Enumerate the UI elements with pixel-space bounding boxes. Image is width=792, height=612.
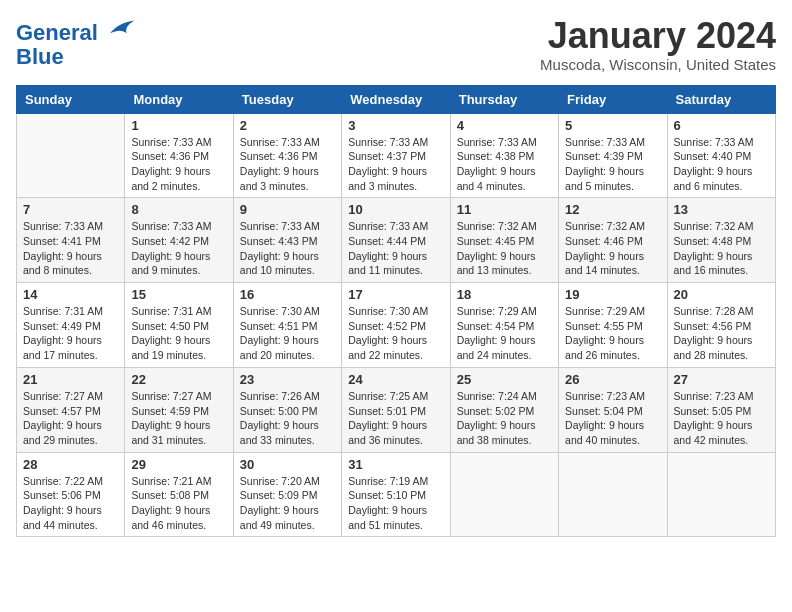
day-info: Sunrise: 7:33 AMSunset: 4:41 PMDaylight:… <box>23 219 118 278</box>
day-number: 3 <box>348 118 443 133</box>
day-info: Sunrise: 7:33 AMSunset: 4:39 PMDaylight:… <box>565 135 660 194</box>
day-number: 31 <box>348 457 443 472</box>
day-number: 23 <box>240 372 335 387</box>
calendar-day-cell: 25Sunrise: 7:24 AMSunset: 5:02 PMDayligh… <box>450 367 558 452</box>
calendar-day-cell: 1Sunrise: 7:33 AMSunset: 4:36 PMDaylight… <box>125 113 233 198</box>
day-info: Sunrise: 7:29 AMSunset: 4:55 PMDaylight:… <box>565 304 660 363</box>
day-info: Sunrise: 7:20 AMSunset: 5:09 PMDaylight:… <box>240 474 335 533</box>
day-info: Sunrise: 7:33 AMSunset: 4:36 PMDaylight:… <box>131 135 226 194</box>
calendar-day-cell: 22Sunrise: 7:27 AMSunset: 4:59 PMDayligh… <box>125 367 233 452</box>
calendar-day-cell: 7Sunrise: 7:33 AMSunset: 4:41 PMDaylight… <box>17 198 125 283</box>
day-number: 17 <box>348 287 443 302</box>
month-title: January 2024 <box>540 16 776 56</box>
day-info: Sunrise: 7:29 AMSunset: 4:54 PMDaylight:… <box>457 304 552 363</box>
day-number: 12 <box>565 202 660 217</box>
logo-blue: Blue <box>16 45 136 69</box>
calendar-day-cell <box>17 113 125 198</box>
day-number: 6 <box>674 118 769 133</box>
day-info: Sunrise: 7:32 AMSunset: 4:48 PMDaylight:… <box>674 219 769 278</box>
day-number: 1 <box>131 118 226 133</box>
calendar-day-cell: 8Sunrise: 7:33 AMSunset: 4:42 PMDaylight… <box>125 198 233 283</box>
calendar-week-row: 21Sunrise: 7:27 AMSunset: 4:57 PMDayligh… <box>17 367 776 452</box>
day-info: Sunrise: 7:19 AMSunset: 5:10 PMDaylight:… <box>348 474 443 533</box>
day-number: 9 <box>240 202 335 217</box>
day-info: Sunrise: 7:32 AMSunset: 4:46 PMDaylight:… <box>565 219 660 278</box>
calendar-day-cell: 26Sunrise: 7:23 AMSunset: 5:04 PMDayligh… <box>559 367 667 452</box>
calendar-day-cell <box>450 452 558 537</box>
calendar-day-cell: 12Sunrise: 7:32 AMSunset: 4:46 PMDayligh… <box>559 198 667 283</box>
day-info: Sunrise: 7:33 AMSunset: 4:36 PMDaylight:… <box>240 135 335 194</box>
day-number: 30 <box>240 457 335 472</box>
day-number: 25 <box>457 372 552 387</box>
day-info: Sunrise: 7:33 AMSunset: 4:38 PMDaylight:… <box>457 135 552 194</box>
day-number: 15 <box>131 287 226 302</box>
day-number: 19 <box>565 287 660 302</box>
day-number: 14 <box>23 287 118 302</box>
calendar-day-cell: 6Sunrise: 7:33 AMSunset: 4:40 PMDaylight… <box>667 113 775 198</box>
location: Muscoda, Wisconsin, United States <box>540 56 776 73</box>
calendar-day-cell: 14Sunrise: 7:31 AMSunset: 4:49 PMDayligh… <box>17 283 125 368</box>
day-info: Sunrise: 7:27 AMSunset: 4:59 PMDaylight:… <box>131 389 226 448</box>
calendar-day-cell: 28Sunrise: 7:22 AMSunset: 5:06 PMDayligh… <box>17 452 125 537</box>
day-number: 4 <box>457 118 552 133</box>
day-info: Sunrise: 7:27 AMSunset: 4:57 PMDaylight:… <box>23 389 118 448</box>
calendar-day-cell: 23Sunrise: 7:26 AMSunset: 5:00 PMDayligh… <box>233 367 341 452</box>
calendar-day-cell: 13Sunrise: 7:32 AMSunset: 4:48 PMDayligh… <box>667 198 775 283</box>
calendar-table: SundayMondayTuesdayWednesdayThursdayFrid… <box>16 85 776 538</box>
calendar-day-cell: 29Sunrise: 7:21 AMSunset: 5:08 PMDayligh… <box>125 452 233 537</box>
day-number: 21 <box>23 372 118 387</box>
calendar-day-cell: 18Sunrise: 7:29 AMSunset: 4:54 PMDayligh… <box>450 283 558 368</box>
day-info: Sunrise: 7:33 AMSunset: 4:44 PMDaylight:… <box>348 219 443 278</box>
day-info: Sunrise: 7:33 AMSunset: 4:42 PMDaylight:… <box>131 219 226 278</box>
weekday-header-cell: Saturday <box>667 85 775 113</box>
day-number: 22 <box>131 372 226 387</box>
weekday-header-cell: Sunday <box>17 85 125 113</box>
calendar-day-cell: 10Sunrise: 7:33 AMSunset: 4:44 PMDayligh… <box>342 198 450 283</box>
day-number: 2 <box>240 118 335 133</box>
day-number: 26 <box>565 372 660 387</box>
day-info: Sunrise: 7:33 AMSunset: 4:43 PMDaylight:… <box>240 219 335 278</box>
calendar-day-cell: 30Sunrise: 7:20 AMSunset: 5:09 PMDayligh… <box>233 452 341 537</box>
logo: General Blue <box>16 16 136 69</box>
day-number: 18 <box>457 287 552 302</box>
day-number: 16 <box>240 287 335 302</box>
calendar-day-cell: 11Sunrise: 7:32 AMSunset: 4:45 PMDayligh… <box>450 198 558 283</box>
day-number: 7 <box>23 202 118 217</box>
calendar-day-cell: 4Sunrise: 7:33 AMSunset: 4:38 PMDaylight… <box>450 113 558 198</box>
day-number: 24 <box>348 372 443 387</box>
day-info: Sunrise: 7:23 AMSunset: 5:04 PMDaylight:… <box>565 389 660 448</box>
calendar-day-cell: 24Sunrise: 7:25 AMSunset: 5:01 PMDayligh… <box>342 367 450 452</box>
day-info: Sunrise: 7:31 AMSunset: 4:49 PMDaylight:… <box>23 304 118 363</box>
calendar-day-cell: 2Sunrise: 7:33 AMSunset: 4:36 PMDaylight… <box>233 113 341 198</box>
calendar-week-row: 14Sunrise: 7:31 AMSunset: 4:49 PMDayligh… <box>17 283 776 368</box>
calendar-day-cell: 31Sunrise: 7:19 AMSunset: 5:10 PMDayligh… <box>342 452 450 537</box>
calendar-day-cell: 21Sunrise: 7:27 AMSunset: 4:57 PMDayligh… <box>17 367 125 452</box>
day-number: 8 <box>131 202 226 217</box>
day-info: Sunrise: 7:32 AMSunset: 4:45 PMDaylight:… <box>457 219 552 278</box>
calendar-day-cell: 15Sunrise: 7:31 AMSunset: 4:50 PMDayligh… <box>125 283 233 368</box>
weekday-header-row: SundayMondayTuesdayWednesdayThursdayFrid… <box>17 85 776 113</box>
calendar-day-cell <box>559 452 667 537</box>
weekday-header-cell: Wednesday <box>342 85 450 113</box>
day-number: 13 <box>674 202 769 217</box>
day-number: 29 <box>131 457 226 472</box>
logo-icon <box>108 16 136 40</box>
calendar-body: 1Sunrise: 7:33 AMSunset: 4:36 PMDaylight… <box>17 113 776 537</box>
calendar-week-row: 28Sunrise: 7:22 AMSunset: 5:06 PMDayligh… <box>17 452 776 537</box>
weekday-header-cell: Friday <box>559 85 667 113</box>
weekday-header-cell: Monday <box>125 85 233 113</box>
day-number: 20 <box>674 287 769 302</box>
calendar-day-cell: 20Sunrise: 7:28 AMSunset: 4:56 PMDayligh… <box>667 283 775 368</box>
day-info: Sunrise: 7:22 AMSunset: 5:06 PMDaylight:… <box>23 474 118 533</box>
calendar-day-cell: 27Sunrise: 7:23 AMSunset: 5:05 PMDayligh… <box>667 367 775 452</box>
calendar-day-cell: 19Sunrise: 7:29 AMSunset: 4:55 PMDayligh… <box>559 283 667 368</box>
day-number: 10 <box>348 202 443 217</box>
calendar-week-row: 7Sunrise: 7:33 AMSunset: 4:41 PMDaylight… <box>17 198 776 283</box>
calendar-day-cell: 16Sunrise: 7:30 AMSunset: 4:51 PMDayligh… <box>233 283 341 368</box>
title-block: January 2024 Muscoda, Wisconsin, United … <box>540 16 776 73</box>
calendar-day-cell: 3Sunrise: 7:33 AMSunset: 4:37 PMDaylight… <box>342 113 450 198</box>
day-info: Sunrise: 7:23 AMSunset: 5:05 PMDaylight:… <box>674 389 769 448</box>
weekday-header-cell: Thursday <box>450 85 558 113</box>
day-number: 28 <box>23 457 118 472</box>
calendar-week-row: 1Sunrise: 7:33 AMSunset: 4:36 PMDaylight… <box>17 113 776 198</box>
